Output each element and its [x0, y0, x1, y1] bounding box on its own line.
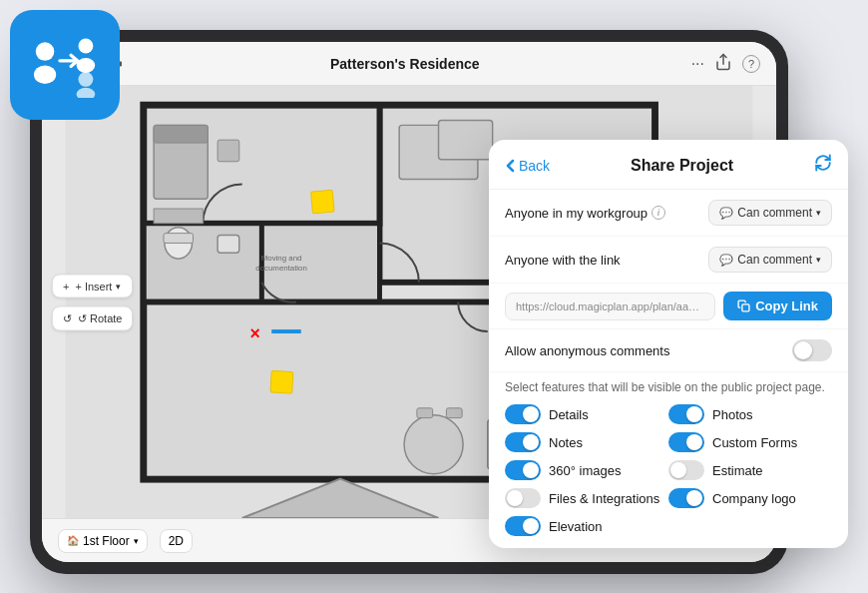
svg-rect-26 — [311, 190, 334, 213]
back-button[interactable]: Back — [505, 158, 550, 174]
workgroup-label: Anyone in my workgroup i — [505, 206, 665, 221]
svg-rect-11 — [144, 224, 261, 302]
custom-forms-toggle[interactable] — [668, 432, 704, 452]
share-panel-header: Back Share Project — [489, 140, 848, 190]
insert-icon: + — [63, 280, 69, 292]
svg-rect-30 — [417, 408, 433, 418]
custom-forms-label: Custom Forms — [712, 435, 797, 450]
scene: ▲ 21% Patterson's Residence ··· — [0, 0, 868, 593]
features-grid: Details Photos Notes Custom Forms 360° i… — [489, 400, 848, 548]
svg-rect-16 — [217, 140, 239, 162]
svg-point-29 — [404, 415, 463, 474]
dropdown-chevron-icon-2: ▾ — [816, 255, 821, 265]
svg-point-2 — [78, 38, 93, 53]
files-toggle-thumb — [507, 490, 523, 506]
files-label: Files & Integrations — [549, 491, 659, 506]
link-url-display: https://cloud.magicplan.app/plan/aaa2e7c… — [505, 293, 715, 320]
feature-estimate: Estimate — [668, 460, 832, 480]
workgroup-permission-dropdown[interactable]: 💬 Can comment ▾ — [708, 200, 832, 226]
svg-point-1 — [33, 65, 55, 84]
copy-link-row: https://cloud.magicplan.app/plan/aaa2e7c… — [489, 284, 848, 329]
feature-photos: Photos — [668, 404, 832, 424]
refresh-button[interactable] — [814, 154, 832, 177]
link-permission-row: Anyone with the link 💬 Can comment ▾ — [489, 237, 848, 284]
share-panel-title: Share Project — [631, 157, 733, 175]
feature-company-logo: Company logo — [668, 488, 832, 508]
info-icon: i — [651, 206, 665, 220]
svg-rect-19 — [164, 234, 194, 244]
workgroup-row: Anyone in my workgroup i 💬 Can comment ▾ — [489, 190, 848, 237]
floor-icon: 🏠 — [67, 535, 79, 546]
photos-label: Photos — [712, 407, 752, 422]
estimate-toggle-thumb — [670, 462, 686, 478]
floor-label: 1st Floor — [83, 534, 130, 548]
more-icon[interactable]: ··· — [691, 55, 704, 73]
app-icon — [10, 10, 120, 120]
feature-files-integrations: Files & Integrations — [505, 488, 668, 508]
feature-notes: Notes — [505, 432, 668, 452]
share-icon[interactable] — [714, 53, 732, 75]
feature-custom-forms: Custom Forms — [668, 432, 832, 452]
notes-label: Notes — [549, 435, 583, 450]
svg-rect-27 — [270, 370, 293, 393]
comment-icon: 💬 — [719, 207, 733, 220]
svg-rect-20 — [217, 236, 239, 254]
anon-label: Allow anonymous comments — [505, 343, 669, 358]
svg-rect-35 — [742, 304, 749, 311]
company-logo-toggle[interactable] — [668, 488, 704, 508]
view-selector[interactable]: 2D — [160, 529, 193, 553]
copy-link-button[interactable]: Copy Link — [723, 292, 832, 320]
svg-point-4 — [78, 72, 93, 87]
photos-toggle-thumb — [686, 406, 702, 422]
anon-toggle[interactable] — [792, 339, 832, 361]
svg-rect-31 — [446, 408, 462, 418]
svg-point-5 — [76, 87, 95, 97]
rotate-button[interactable]: ↺ ↺ Rotate — [52, 305, 133, 330]
elevation-toggle-thumb — [523, 518, 539, 534]
svg-rect-17 — [154, 209, 203, 224]
link-permission-dropdown[interactable]: 💬 Can comment ▾ — [708, 247, 832, 273]
photos-toggle[interactable] — [668, 404, 704, 424]
features-description: Select features that will be visible on … — [489, 372, 848, 400]
svg-point-0 — [35, 42, 54, 61]
insert-button[interactable]: + + Insert ▾ — [52, 274, 133, 297]
dropdown-chevron-icon: ▾ — [816, 208, 821, 218]
top-bar-actions: ··· ? — [691, 53, 760, 75]
anon-toggle-thumb — [794, 341, 812, 359]
elevation-toggle[interactable] — [505, 516, 541, 536]
svg-rect-15 — [154, 125, 208, 143]
details-toggle[interactable] — [505, 404, 541, 424]
custom-forms-toggle-thumb — [686, 434, 702, 450]
share-panel: Back Share Project Anyone in my workgrou… — [489, 140, 848, 548]
feature-360-images: 360° images — [505, 460, 668, 480]
details-label: Details — [549, 407, 589, 422]
estimate-toggle[interactable] — [668, 460, 704, 480]
svg-text:documentation: documentation — [255, 264, 307, 273]
elevation-label: Elevation — [549, 519, 602, 534]
notes-toggle[interactable] — [505, 432, 541, 452]
chevron-left-icon — [505, 159, 515, 173]
company-logo-label: Company logo — [712, 491, 796, 506]
view-label: 2D — [169, 534, 184, 548]
360-images-toggle-thumb — [523, 462, 539, 478]
rotate-icon: ↺ — [63, 311, 72, 324]
estimate-label: Estimate — [712, 463, 763, 478]
left-toolbar: + + Insert ▾ ↺ ↺ Rotate — [52, 274, 133, 330]
360-images-toggle[interactable] — [505, 460, 541, 480]
feature-elevation: Elevation — [505, 516, 668, 536]
floor-selector[interactable]: 🏠 1st Floor ▾ — [58, 529, 148, 553]
link-label: Anyone with the link — [505, 253, 621, 268]
company-logo-toggle-thumb — [686, 490, 702, 506]
comment-icon-2: 💬 — [719, 254, 733, 267]
help-icon[interactable]: ? — [742, 55, 760, 73]
top-bar: ▲ 21% Patterson's Residence ··· — [42, 42, 776, 86]
feature-details: Details — [505, 404, 668, 424]
insert-chevron-icon: ▾ — [116, 281, 121, 291]
floor-chevron-icon: ▾ — [134, 536, 139, 546]
files-toggle[interactable] — [505, 488, 541, 508]
copy-icon — [737, 299, 750, 312]
anon-comments-row: Allow anonymous comments — [489, 329, 848, 372]
notes-toggle-thumb — [523, 434, 539, 450]
svg-point-3 — [76, 58, 95, 73]
360-images-label: 360° images — [549, 463, 621, 478]
